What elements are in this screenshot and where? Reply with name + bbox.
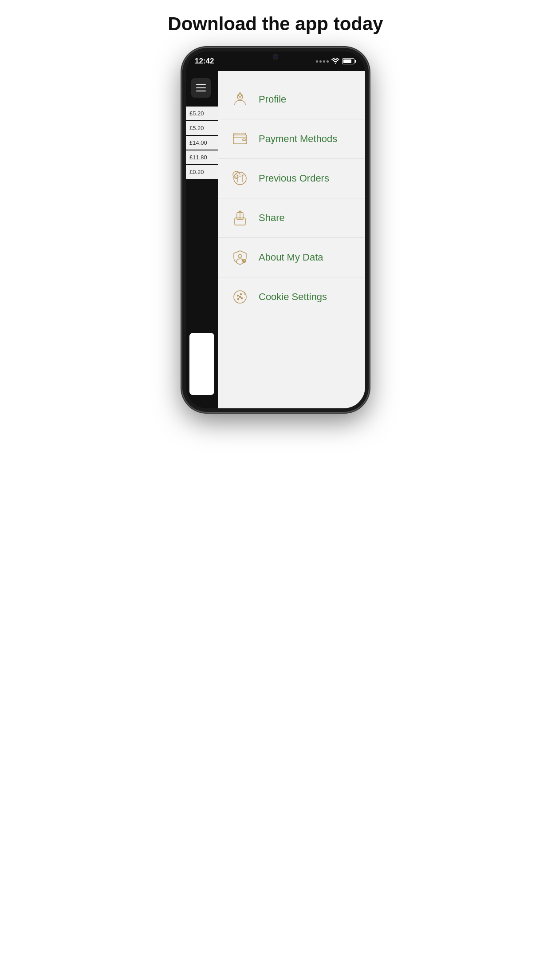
- drawer-panel: Profile Payment Methods: [218, 71, 365, 408]
- menu-item-previous-orders[interactable]: Previous Orders: [218, 159, 365, 198]
- svg-rect-2: [233, 135, 247, 144]
- status-icons: [316, 58, 354, 65]
- menu-item-profile[interactable]: Profile: [218, 80, 365, 119]
- share-label: Share: [259, 212, 285, 224]
- signal-dot-3: [323, 60, 325, 63]
- hamburger-button[interactable]: [191, 78, 211, 98]
- battery-icon: [342, 58, 354, 64]
- price-item-4: £11.80: [186, 150, 218, 164]
- svg-point-19: [240, 296, 241, 298]
- payment-methods-label: Payment Methods: [259, 133, 337, 145]
- hamburger-line-2: [196, 87, 206, 88]
- signal-dot-2: [319, 60, 322, 63]
- hamburger-line-3: [196, 91, 206, 91]
- profile-label: Profile: [259, 94, 286, 105]
- share-icon: [230, 208, 250, 228]
- battery-fill: [343, 59, 351, 63]
- svg-point-15: [237, 295, 239, 296]
- wifi-icon: [331, 58, 339, 65]
- signal-dot-1: [316, 60, 318, 63]
- svg-point-16: [240, 294, 242, 295]
- shield-user-icon: [230, 248, 250, 267]
- price-item-2: £5.20: [186, 121, 218, 135]
- hamburger-line-1: [196, 84, 206, 85]
- app-content: £5.20 £5.20 £14.00 £11.80 £0.20: [186, 71, 365, 408]
- menu-item-payment-methods[interactable]: Payment Methods: [218, 119, 365, 159]
- svg-point-17: [241, 298, 243, 299]
- fork-knife-icon: [230, 169, 250, 188]
- menu-item-cookie-settings[interactable]: Cookie Settings: [218, 277, 365, 316]
- price-item-1: £5.20: [186, 107, 218, 120]
- cookie-settings-label: Cookie Settings: [259, 291, 327, 303]
- menu-item-share[interactable]: Share: [218, 198, 365, 238]
- profile-icon: [230, 90, 250, 109]
- wallet-icon: [230, 129, 250, 149]
- cookie-icon: [230, 287, 250, 307]
- camera-dot: [273, 54, 278, 59]
- previous-orders-label: Previous Orders: [259, 173, 329, 184]
- price-list: £5.20 £5.20 £14.00 £11.80 £0.20: [186, 107, 218, 180]
- about-my-data-label: About My Data: [259, 252, 323, 263]
- menu-item-about-my-data[interactable]: About My Data: [218, 238, 365, 277]
- white-card: [189, 333, 214, 395]
- svg-rect-3: [243, 139, 245, 141]
- signal-dot-4: [327, 60, 329, 63]
- phone-inner: 12:42: [186, 51, 365, 408]
- page-headline: Download the app today: [159, 13, 392, 35]
- svg-point-18: [238, 299, 239, 300]
- status-time: 12:42: [195, 57, 214, 66]
- left-panel: £5.20 £5.20 £14.00 £11.80 £0.20: [186, 71, 218, 408]
- phone-frame: 12:42: [182, 48, 369, 412]
- signal-dots: [316, 60, 329, 63]
- price-item-3: £14.00: [186, 136, 218, 150]
- svg-point-0: [335, 63, 336, 63]
- svg-point-10: [238, 254, 242, 258]
- price-item-5: £0.20: [186, 165, 218, 179]
- notch: [244, 51, 307, 62]
